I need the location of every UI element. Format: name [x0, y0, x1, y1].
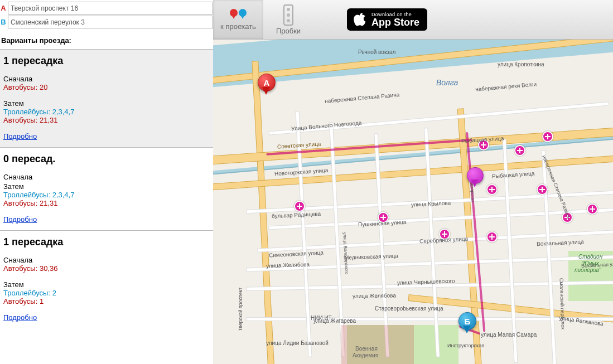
bus-line: Автобусы: 20 — [3, 83, 210, 91]
poi-hospital-icon[interactable] — [378, 212, 389, 223]
marker-b-label: В — [0, 18, 7, 26]
map-label: Тверской проспект — [238, 288, 243, 331]
marker-a-label: А — [0, 4, 7, 12]
appstore-big-text: App Store — [371, 17, 419, 27]
bus-line: Автобусы: 21,31 — [3, 116, 210, 124]
tab-how-to-go[interactable]: к проехать — [213, 0, 263, 39]
poi-hospital-icon[interactable] — [514, 145, 525, 156]
bus-line: Автобусы: 1 — [3, 297, 210, 305]
route-title: 0 пересад. — [3, 153, 210, 165]
poi-hospital-icon[interactable] — [542, 131, 553, 142]
poi-hospital-icon[interactable] — [486, 184, 498, 195]
map-label: улица Желябова — [353, 292, 396, 299]
first-label: Сначала — [3, 75, 210, 83]
first-label: Сначала — [3, 173, 210, 181]
tab-label: к проехать — [220, 22, 256, 31]
appstore-button[interactable]: Download on the App Store — [347, 8, 427, 31]
toolbar: к проехать Пробки Download on the App St… — [213, 0, 613, 40]
then-label: Затем — [3, 280, 210, 289]
map-canvas[interactable]: А Б Речной вокзал Волга улица Кропоткина… — [213, 39, 613, 364]
map-marker-waypoint[interactable] — [467, 167, 482, 190]
poi-hospital-icon[interactable] — [587, 203, 598, 215]
to-input[interactable] — [8, 16, 213, 28]
route-title: 1 пересадка — [3, 236, 210, 248]
poi-hospital-icon[interactable] — [486, 231, 498, 242]
apple-icon — [354, 13, 366, 27]
route-option[interactable]: 0 пересад. Сначала Затем Троллейбусы: 2,… — [0, 147, 213, 230]
poi-hospital-icon[interactable] — [562, 212, 573, 223]
details-link[interactable]: Подробно — [3, 215, 37, 224]
details-link[interactable]: Подробно — [3, 313, 37, 322]
details-link[interactable]: Подробно — [3, 132, 37, 140]
poi-hospital-icon[interactable] — [537, 184, 548, 195]
bus-line: Автобусы: 30,36 — [3, 264, 210, 273]
map-label: улица Володарского — [342, 232, 349, 274]
trolley-line: Троллейбусы: 2,3,4,7 — [3, 191, 210, 199]
sidebar: А В Варианты проезда: 1 пересадка Сначал… — [0, 0, 213, 364]
variants-title: Варианты проезда: — [0, 33, 213, 49]
poi-hospital-icon[interactable] — [439, 229, 450, 240]
poi-hospital-icon[interactable] — [478, 139, 489, 151]
map-label: улица Малая Самара — [481, 332, 537, 338]
traffic-light-icon — [283, 4, 293, 26]
trolley-line: Троллейбусы: 2,3,4,7 — [3, 108, 210, 116]
map-marker-b[interactable]: Б — [458, 312, 475, 336]
from-input[interactable] — [8, 2, 213, 14]
route-title: 1 пересадка — [3, 55, 210, 67]
map-label: улица Лидии Базановой — [266, 340, 329, 346]
map-label: бульвар Радищева — [272, 211, 321, 220]
map-panel: к проехать Пробки Download on the App St… — [213, 0, 613, 364]
first-label: Сначала — [3, 256, 210, 264]
map-label: Вокзальная улица — [537, 239, 584, 247]
pin-a-icon — [230, 9, 238, 20]
map-label: Смоленский переулок — [558, 278, 566, 329]
then-label: Затем — [3, 99, 210, 108]
map-marker-a[interactable]: А — [258, 74, 274, 97]
map-label: Медниковская улица — [344, 253, 398, 260]
then-label: Затем — [3, 182, 210, 191]
route-option[interactable]: 1 пересадка Сначала Автобусы: 30,36 Зате… — [0, 230, 213, 328]
route-option[interactable]: 1 пересадка Сначала Автобусы: 20 Затем Т… — [0, 49, 213, 147]
trolley-line: Троллейбусы: 2 — [3, 289, 210, 297]
map-label: Рыбацкая улица — [492, 170, 535, 179]
tab-label: Пробки — [276, 27, 301, 35]
bus-line: Автобусы: 21,31 — [3, 199, 210, 207]
poi-hospital-icon[interactable] — [294, 201, 305, 212]
tab-traffic[interactable]: Пробки — [263, 0, 313, 39]
pin-b-icon — [239, 9, 247, 20]
